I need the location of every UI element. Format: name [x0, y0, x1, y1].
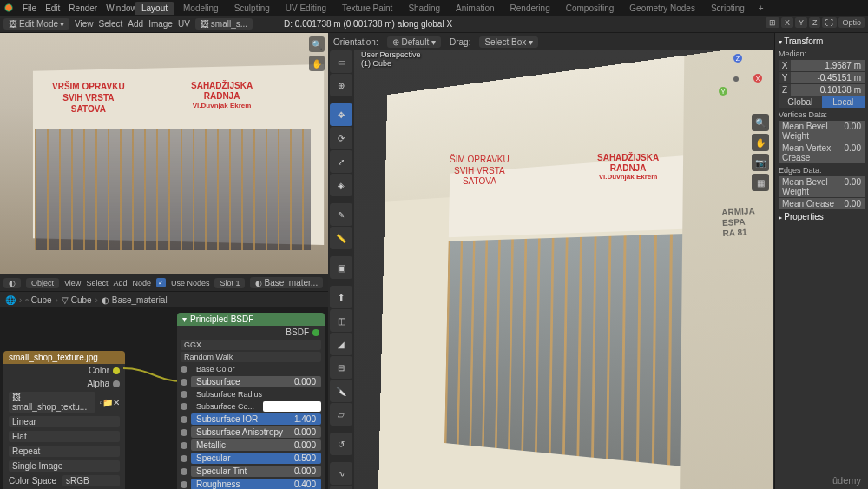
tool-knife[interactable]: 🔪 — [330, 380, 352, 402]
bsdf-slider[interactable]: Specular Tint0.000 — [191, 466, 321, 477]
axis-y[interactable]: Y — [795, 17, 807, 28]
bc-mesh[interactable]: ▽ Cube — [62, 295, 92, 305]
socket-color[interactable] — [113, 367, 120, 374]
global-button[interactable]: Global — [779, 96, 822, 108]
tab-rendering[interactable]: Rendering — [503, 2, 557, 15]
menu-render[interactable]: Render — [69, 3, 97, 13]
tool-smooth[interactable]: ∿ — [330, 462, 352, 485]
socket-alpha[interactable] — [113, 380, 120, 387]
socket-input[interactable] — [181, 391, 187, 398]
shader-editor-icon[interactable]: ◐ — [3, 278, 21, 288]
camera-icon[interactable]: 📷 — [752, 154, 769, 171]
tool-rotate[interactable]: ⟳ — [330, 127, 352, 149]
transform-header[interactable]: Transform — [779, 35, 865, 48]
bc-world-icon[interactable]: 🌐 — [5, 295, 16, 305]
uv-menu-add[interactable]: Add — [128, 19, 143, 29]
socket-input[interactable] — [181, 379, 187, 386]
mode-dropdown[interactable]: 🖼 Edit Mode ▾ — [3, 18, 69, 30]
bsdf-slider[interactable]: Subsurface Anisotropy0.000 — [191, 426, 321, 438]
tab-layout[interactable]: Layout — [135, 2, 174, 15]
bc-object[interactable]: ▫ Cube — [25, 295, 51, 305]
image-selector[interactable]: 🖼 small_s... — [195, 18, 253, 30]
socket-input[interactable] — [181, 429, 187, 436]
image-file-selector[interactable]: 🖼 small_shop_textu... — [9, 392, 95, 413]
z-value[interactable]: 0.10138 m — [791, 84, 865, 96]
persp-icon[interactable]: ▦ — [752, 174, 769, 191]
tool-spin[interactable]: ↺ — [330, 433, 352, 455]
tab-geonodes[interactable]: Geometry Nodes — [622, 2, 702, 15]
tab-compositing[interactable]: Compositing — [559, 2, 621, 15]
pan-icon[interactable]: ✋ — [752, 134, 769, 151]
tool-annotate[interactable]: ✎ — [330, 203, 352, 226]
bsdf-slider[interactable]: Roughness0.400 — [191, 479, 321, 489]
node-menu-add[interactable]: Add — [113, 279, 127, 287]
gizmo-y[interactable]: Y — [719, 87, 727, 96]
gizmo-z[interactable]: Z — [733, 54, 742, 63]
tab-animation[interactable]: Animation — [449, 2, 501, 15]
uv-menu-image[interactable]: Image — [148, 19, 173, 29]
gizmo-toggle-icon[interactable]: ⊞ — [766, 17, 779, 28]
menu-window[interactable]: Window — [106, 3, 137, 13]
interp-select[interactable]: Linear — [9, 416, 120, 427]
socket-input[interactable] — [181, 455, 187, 462]
menu-file[interactable]: File — [23, 3, 36, 13]
3d-viewport[interactable]: ŠIM OPRAVKU SVIH VRSTA SATOVA SAHADŽIJSK… — [354, 50, 773, 489]
zoom-icon[interactable]: 🔍 — [309, 36, 325, 52]
tab-sculpting[interactable]: Sculpting — [227, 2, 277, 15]
bsdf-slider[interactable]: Subsurface IOR1.400 — [191, 413, 321, 425]
slot-dropdown[interactable]: Slot 1 — [214, 278, 245, 288]
tool-select-box[interactable]: ▭ — [330, 50, 352, 73]
colorspace-select[interactable]: sRGB — [62, 475, 120, 486]
tab-uv[interactable]: UV Editing — [279, 2, 333, 15]
tool-edgeslide[interactable]: ⇄ — [330, 486, 352, 489]
uv-menu-uv[interactable]: UV — [178, 19, 190, 29]
tool-move[interactable]: ✥ — [330, 103, 352, 126]
image-texture-node[interactable]: small_shop_texture.jpg Color Alpha 🖼 sma… — [3, 351, 125, 489]
properties-header[interactable]: Properties — [779, 210, 865, 223]
node-menu-select[interactable]: Select — [86, 279, 108, 287]
material-dropdown[interactable]: ◐ Base_mater... — [250, 277, 323, 288]
tool-add-cube[interactable]: ▣ — [330, 256, 352, 279]
tool-bevel[interactable]: ◢ — [330, 333, 352, 355]
object-mode[interactable]: Object — [26, 278, 59, 288]
uv-viewport[interactable]: VRŠIM OPRAVKU SVIH VRSTA SATOVA SAHADŽIJ… — [0, 33, 328, 274]
node-menu-node[interactable]: Node — [132, 279, 151, 287]
socket-input[interactable] — [181, 416, 187, 423]
tool-polybuild[interactable]: ▱ — [330, 403, 352, 426]
pan-icon[interactable]: ✋ — [309, 56, 325, 71]
node-menu-view[interactable]: View — [64, 279, 81, 287]
principled-bsdf-node[interactable]: ▾ Principled BSDF BSDF GGX Random Walk B… — [177, 313, 325, 489]
socket-input[interactable] — [181, 481, 187, 488]
tool-transform[interactable]: ◈ — [330, 174, 352, 196]
img-node-title[interactable]: small_shop_texture.jpg — [3, 351, 125, 364]
socket-input[interactable] — [181, 366, 187, 373]
options-button[interactable]: Optio — [838, 17, 865, 28]
socket-input[interactable] — [181, 442, 187, 449]
tab-scripting[interactable]: Scripting — [704, 2, 752, 15]
uv-menu-view[interactable]: View — [75, 19, 94, 29]
node-canvas[interactable]: small_shop_texture.jpg Color Alpha 🖼 sma… — [0, 307, 328, 489]
bsdf-slider[interactable]: Subsurface0.000 — [191, 376, 321, 387]
ext-select[interactable]: Repeat — [9, 446, 120, 457]
socket-bsdf[interactable] — [312, 329, 319, 336]
tab-shading[interactable]: Shading — [401, 2, 447, 15]
mean-bevel-weight-e[interactable]: Mean Bevel Weight0.00 — [779, 176, 865, 197]
axis-x[interactable]: X — [781, 17, 793, 28]
drag-dropdown[interactable]: Select Box ▾ — [479, 36, 538, 48]
orientation-dropdown[interactable]: ⊕ Default ▾ — [387, 36, 441, 48]
menu-edit[interactable]: Edit — [45, 3, 60, 13]
img-buttons[interactable]: ▫📁✕ — [99, 398, 120, 407]
tab-texpaint[interactable]: Texture Paint — [335, 2, 399, 15]
tool-measure[interactable]: 📏 — [330, 227, 352, 249]
tab-add-icon[interactable]: + — [753, 3, 769, 13]
bc-material[interactable]: ◐ Base_material — [102, 295, 168, 305]
socket-input[interactable] — [181, 468, 187, 475]
zoom-icon[interactable]: 🔍 — [752, 114, 769, 131]
source-select[interactable]: Single Image — [9, 460, 120, 472]
mean-bevel-weight-v[interactable]: Mean Bevel Weight0.00 — [779, 121, 865, 142]
proj-select[interactable]: Flat — [9, 431, 120, 442]
y-value[interactable]: -0.45151 m — [791, 72, 865, 83]
color-swatch[interactable] — [263, 401, 321, 412]
local-button[interactable]: Local — [822, 96, 865, 108]
bsdf-slider[interactable]: Metallic0.000 — [191, 439, 321, 451]
